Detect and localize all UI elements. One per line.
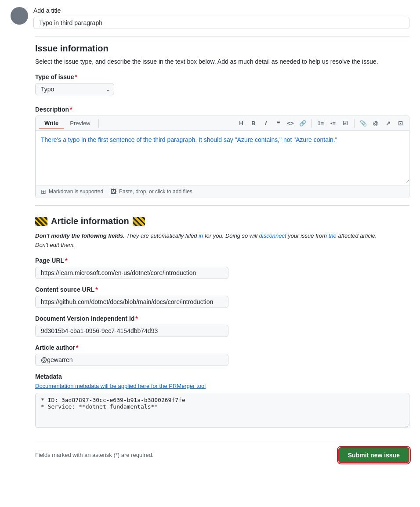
tab-preview[interactable]: Preview [65,118,95,128]
content-source-url-group: Content source URL* [35,286,409,308]
italic-icon[interactable]: I [261,118,271,129]
page-url-input[interactable] [35,267,228,279]
toolbar-divider-2 [311,119,312,128]
article-author-label: Article author* [35,344,409,351]
doc-version-label: Document Version Independent Id* [35,315,409,322]
file-upload-label: Paste, drop, or click to add files [119,188,192,195]
footer-bar: Fields marked with an asterisk (*) are r… [35,440,409,463]
toolbar-divider-3 [354,119,355,128]
article-author-input[interactable] [35,354,228,366]
markdown-label: Markdown is supported [49,188,103,195]
issue-information-title: Issue information [35,43,409,54]
content-source-url-label: Content source URL* [35,286,409,293]
code-icon[interactable]: <> [285,118,296,129]
metadata-label: Metadata [35,373,409,380]
article-section-title: Article information [35,216,409,226]
section-divider-top [35,36,409,36]
required-note: Fields marked with an asterisk (*) are r… [35,452,154,458]
unordered-list-icon[interactable]: •≡ [328,118,338,129]
toolbar-icons: H B I ❝ <> 🔗 1≡ •≡ ☑ 📎 @ ↗ ⊡ [236,118,406,129]
description-editor-container: Write Preview H B I ❝ <> 🔗 1≡ •≡ ☑ [35,116,409,198]
editor-toolbar: Write Preview H B I ❝ <> 🔗 1≡ •≡ ☑ [36,116,409,131]
type-select-wrapper: Typo Bug Feedback Other ⌄ [35,83,114,95]
attach-icon[interactable]: 📎 [358,118,369,129]
markdown-icon: ⊞ [41,188,46,195]
add-title-label: Add a title [33,7,409,14]
warning-stripes-left [35,217,47,226]
metadata-textarea[interactable]: * ID: 3ad87897-30cc-e639-b91a-b3800269f7… [35,393,409,428]
description-required-star: * [70,106,72,113]
file-upload-item[interactable]: 🖼 Paste, drop, or click to add files [110,188,192,195]
type-of-issue-select[interactable]: Typo Bug Feedback Other [35,83,114,95]
issue-information-description: Select the issue type, and describe the … [35,57,409,66]
description-label: Description* [35,106,409,113]
metadata-group: Metadata Documentation metadata will be … [35,373,409,429]
editor-footer: ⊞ Markdown is supported 🖼 Paste, drop, o… [36,185,409,198]
user-avatar [11,7,28,25]
submit-new-issue-button[interactable]: Submit new issue [338,447,409,463]
article-info-section: Article information Don't modify the fol… [35,216,409,429]
description-textarea[interactable]: There's a typo in the first sentence of … [36,131,409,184]
saved-replies-icon[interactable]: ⊡ [395,118,406,129]
article-warning: Don't modify the following fields. They … [35,232,409,250]
type-of-issue-label: Type of issue* [35,73,409,80]
markdown-support-item: ⊞ Markdown is supported [41,188,103,195]
reference-icon[interactable]: ↗ [383,118,393,129]
tab-write[interactable]: Write [39,118,64,129]
bold-icon[interactable]: B [248,118,259,129]
mention-icon[interactable]: @ [370,118,381,129]
image-icon: 🖼 [110,188,116,195]
warning-stripes-right [133,217,145,226]
title-input[interactable] [33,17,409,29]
type-of-issue-group: Type of issue* Typo Bug Feedback Other ⌄ [35,73,409,102]
toolbar-divider [98,119,99,128]
article-author-group: Article author* [35,344,409,366]
page-url-label: Page URL* [35,257,409,264]
link-icon[interactable]: 🔗 [297,118,308,129]
section-divider-mid [35,205,409,206]
description-group: Description* Write Preview H B I ❝ <> 🔗 [35,106,409,198]
heading-icon[interactable]: H [236,118,246,129]
doc-version-input[interactable] [35,325,228,337]
content-source-url-input[interactable] [35,296,228,308]
page-url-group: Page URL* [35,257,409,279]
task-list-icon[interactable]: ☑ [340,118,351,129]
doc-version-group: Document Version Independent Id* [35,315,409,337]
quote-icon[interactable]: ❝ [273,118,283,129]
ordered-list-icon[interactable]: 1≡ [315,118,326,129]
metadata-link[interactable]: Documentation metadata will be applied h… [35,383,409,389]
type-required-star: * [75,73,77,80]
